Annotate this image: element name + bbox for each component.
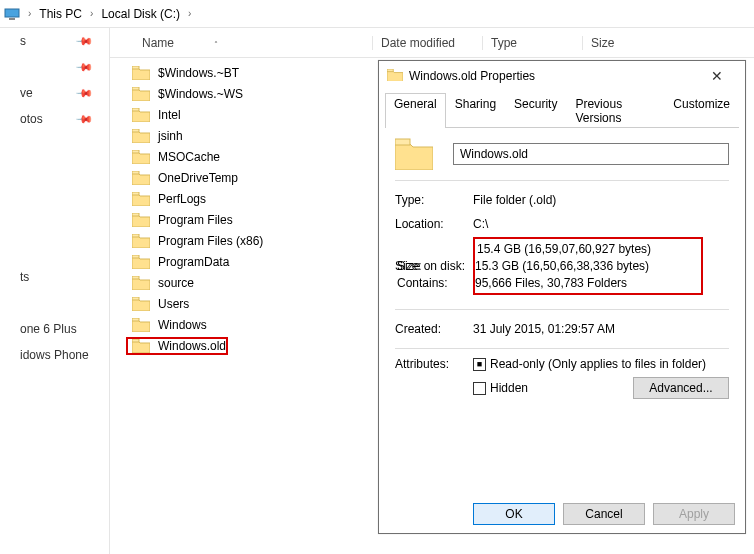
- dialog-title: Windows.old Properties: [409, 69, 697, 83]
- column-header-size[interactable]: Size: [582, 36, 662, 50]
- svg-rect-11: [132, 255, 139, 258]
- folder-icon: [132, 192, 150, 206]
- sidebar-item[interactable]: [0, 290, 109, 316]
- breadcrumb-this-pc[interactable]: This PC: [37, 5, 84, 23]
- properties-dialog: Windows.old Properties ✕ General Sharing…: [378, 60, 746, 534]
- sidebar-item-label: otos: [20, 112, 43, 126]
- chevron-right-icon[interactable]: ›: [24, 8, 35, 19]
- folder-icon: [132, 150, 150, 164]
- sidebar-item-label: one 6 Plus: [20, 322, 77, 336]
- column-header-label: Name: [142, 36, 174, 50]
- column-header-date[interactable]: Date modified: [372, 36, 482, 50]
- tab-general[interactable]: General: [385, 93, 446, 128]
- folder-icon: [132, 276, 150, 290]
- sidebar-item-label: idows Phone: [20, 348, 89, 362]
- size-value: 15.4 GB (16,59,07,60,927 bytes): [477, 242, 699, 256]
- sidebar-item[interactable]: [0, 132, 109, 158]
- svg-rect-9: [132, 213, 139, 216]
- checkbox-icon: [473, 382, 486, 395]
- sizeondisk-label: Size on disk:: [397, 259, 475, 273]
- folder-icon: [132, 171, 150, 185]
- tab-bar: General Sharing Security Previous Versio…: [385, 93, 739, 128]
- readonly-label: Read-only (Only applies to files in fold…: [490, 357, 706, 371]
- ok-button[interactable]: OK: [473, 503, 555, 525]
- file-name: MSOCache: [158, 150, 220, 164]
- svg-rect-4: [132, 108, 139, 111]
- svg-rect-17: [395, 139, 410, 145]
- pin-icon: 📌: [74, 109, 93, 128]
- file-name: Users: [158, 297, 189, 311]
- cancel-button[interactable]: Cancel: [563, 503, 645, 525]
- column-header-type[interactable]: Type: [482, 36, 582, 50]
- svg-rect-1: [9, 18, 15, 20]
- sidebar-item[interactable]: one 6 Plus: [0, 316, 109, 342]
- folder-icon: [132, 87, 150, 101]
- chevron-right-icon[interactable]: ›: [86, 8, 97, 19]
- file-name: PerfLogs: [158, 192, 206, 206]
- file-name: Intel: [158, 108, 181, 122]
- created-label: Created:: [395, 322, 473, 336]
- breadcrumb-drive[interactable]: Local Disk (C:): [99, 5, 182, 23]
- attributes-label: Attributes:: [395, 357, 473, 371]
- tab-customize[interactable]: Customize: [664, 93, 739, 128]
- svg-rect-15: [132, 339, 139, 342]
- hidden-checkbox[interactable]: Hidden: [473, 381, 528, 395]
- file-name: $Windows.~WS: [158, 87, 243, 101]
- folder-icon: [132, 213, 150, 227]
- sidebar-item[interactable]: ts: [0, 264, 109, 290]
- folder-icon: [132, 255, 150, 269]
- folder-icon: [132, 318, 150, 332]
- svg-rect-0: [5, 9, 19, 17]
- folder-name-input[interactable]: [453, 143, 729, 165]
- contains-label: Contains:: [397, 276, 475, 290]
- folder-icon: [132, 66, 150, 80]
- sidebar-item-label: ts: [20, 270, 29, 284]
- sort-ascending-icon: ˄: [214, 40, 218, 49]
- column-header-name[interactable]: Name˄: [110, 36, 370, 50]
- sidebar-item[interactable]: s📌: [0, 28, 109, 54]
- folder-icon: [387, 69, 403, 83]
- svg-rect-2: [132, 66, 139, 69]
- pin-icon: 📌: [74, 31, 93, 50]
- advanced-button[interactable]: Advanced...: [633, 377, 729, 399]
- sidebar-item[interactable]: idows Phone: [0, 342, 109, 368]
- dialog-body: Type:File folder (.old) Location:C:\ Siz…: [379, 128, 745, 405]
- svg-rect-5: [132, 129, 139, 132]
- folder-icon: [132, 234, 150, 248]
- location-value: C:\: [473, 217, 488, 231]
- tab-previous-versions[interactable]: Previous Versions: [566, 93, 664, 128]
- sizeondisk-value: 15.3 GB (16,50,66,38,336 bytes): [475, 259, 649, 273]
- checkbox-icon: ■: [473, 358, 486, 371]
- created-value: 31 July 2015, 01:29:57 AM: [473, 322, 615, 336]
- apply-button[interactable]: Apply: [653, 503, 735, 525]
- svg-rect-6: [132, 150, 139, 153]
- svg-rect-13: [132, 297, 139, 300]
- chevron-right-icon[interactable]: ›: [184, 8, 195, 19]
- svg-rect-12: [132, 276, 139, 279]
- contains-value: 95,666 Files, 30,783 Folders: [475, 276, 627, 290]
- svg-rect-16: [387, 69, 393, 72]
- svg-rect-3: [132, 87, 139, 90]
- close-button[interactable]: ✕: [697, 68, 737, 84]
- svg-rect-14: [132, 318, 139, 321]
- pin-icon: 📌: [74, 57, 93, 76]
- sidebar: s📌 📌 ve📌 otos📌 ts one 6 Plus idows Phone: [0, 28, 110, 554]
- sidebar-item[interactable]: 📌: [0, 54, 109, 80]
- type-label: Type:: [395, 193, 473, 207]
- file-name: jsinh: [158, 129, 183, 143]
- file-name: OneDriveTemp: [158, 171, 238, 185]
- readonly-checkbox[interactable]: ■Read-only (Only applies to files in fol…: [473, 357, 729, 371]
- location-label: Location:: [395, 217, 473, 231]
- tab-sharing[interactable]: Sharing: [446, 93, 505, 128]
- dialog-buttons: OK Cancel Apply: [473, 503, 735, 525]
- sidebar-item[interactable]: [0, 158, 109, 184]
- file-name: Windows: [158, 318, 207, 332]
- file-name: source: [158, 276, 194, 290]
- folder-icon: [132, 108, 150, 122]
- folder-large-icon: [395, 138, 433, 170]
- tab-security[interactable]: Security: [505, 93, 566, 128]
- sidebar-item[interactable]: ve📌: [0, 80, 109, 106]
- file-name: Program Files (x86): [158, 234, 263, 248]
- sidebar-item[interactable]: otos📌: [0, 106, 109, 132]
- dialog-titlebar[interactable]: Windows.old Properties ✕: [379, 61, 745, 91]
